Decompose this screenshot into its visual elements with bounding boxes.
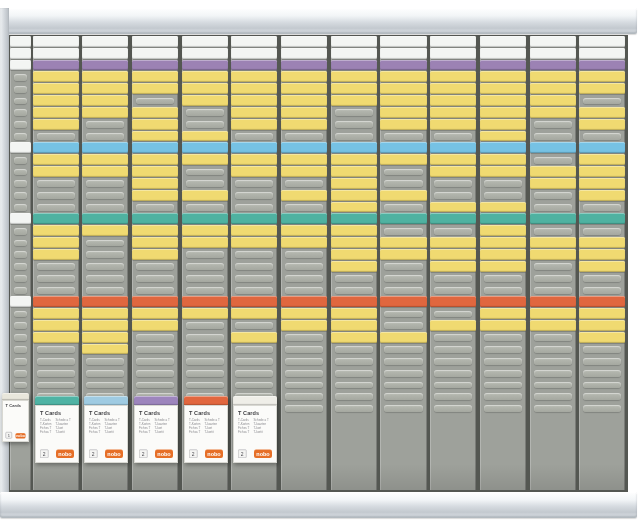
separator-card-purple — [480, 60, 526, 71]
slot-lip — [14, 263, 27, 270]
slot-lip — [534, 157, 572, 164]
card-slot — [430, 83, 476, 95]
slot-lip — [285, 180, 323, 187]
separator-card-orange — [281, 296, 327, 307]
card-slot — [579, 83, 625, 95]
slot-empty — [480, 367, 526, 379]
t-card-yellow — [380, 190, 426, 201]
slot-lip — [37, 382, 75, 389]
card-slot — [231, 225, 277, 237]
t-card-yellow — [380, 237, 426, 248]
card-slot — [331, 154, 377, 166]
slot-empty — [281, 355, 327, 367]
card-slot — [579, 154, 625, 166]
card-slot — [380, 332, 426, 344]
slot-empty — [10, 237, 31, 249]
slot-lip — [583, 346, 621, 353]
slot-empty — [182, 166, 228, 178]
slot-lip — [335, 346, 373, 353]
t-card-yellow — [480, 83, 526, 94]
card-slot — [480, 131, 526, 143]
card-slot — [182, 36, 228, 48]
slot-lip — [285, 405, 323, 412]
t-card-yellow — [33, 166, 79, 177]
t-card-yellow — [132, 320, 178, 331]
card-slot — [132, 249, 178, 261]
t-card-yellow — [33, 119, 79, 130]
slot-empty — [231, 273, 277, 285]
t-card-yellow — [331, 249, 377, 260]
card-slot — [182, 225, 228, 237]
separator-card-orange — [82, 296, 128, 307]
t-card-yellow — [331, 154, 377, 165]
pack-card-stack — [134, 396, 178, 405]
slot-empty — [579, 403, 625, 415]
slot-empty — [530, 261, 576, 273]
header-card-white — [380, 36, 426, 47]
card-slot — [480, 249, 526, 261]
separator-card-blue — [182, 142, 228, 153]
card-slot — [430, 261, 476, 273]
slot-empty — [182, 367, 228, 379]
slot-empty — [380, 391, 426, 403]
card-slot — [380, 60, 426, 72]
t-card-yellow — [579, 237, 625, 248]
pack-title: T Cards — [139, 410, 174, 416]
slot-lip — [14, 121, 27, 128]
card-slot — [430, 107, 476, 119]
slot-lip — [14, 240, 27, 247]
t-card-yellow — [380, 249, 426, 260]
slot-lip — [434, 275, 472, 282]
card-slot — [380, 154, 426, 166]
slot-lip — [37, 358, 75, 365]
slot-empty — [380, 284, 426, 296]
t-card-yellow — [579, 166, 625, 177]
card-slot — [380, 296, 426, 308]
slot-empty — [132, 261, 178, 273]
card-slot — [331, 213, 377, 225]
slot-lip — [136, 382, 174, 389]
card-slot — [480, 142, 526, 154]
column-11 — [530, 36, 576, 490]
slot-empty — [530, 119, 576, 131]
card-slot — [231, 48, 277, 60]
pack-card-stack — [2, 393, 29, 400]
card-slot — [231, 60, 277, 72]
t-card-yellow — [380, 154, 426, 165]
slot-lip — [285, 393, 323, 400]
pack-card-stack — [35, 396, 79, 405]
t-card-yellow — [182, 225, 228, 236]
t-card-yellow — [530, 95, 576, 106]
header-card-white — [10, 60, 31, 71]
slot-empty — [182, 284, 228, 296]
card-slot — [33, 296, 79, 308]
card-slot — [480, 320, 526, 332]
slot-lip — [37, 275, 75, 282]
slot-lip — [14, 109, 27, 116]
slot-lip — [14, 133, 27, 140]
slot-empty — [480, 284, 526, 296]
card-slot — [579, 213, 625, 225]
t-card-yellow — [132, 225, 178, 236]
slot-lip — [384, 169, 422, 176]
card-slot — [132, 154, 178, 166]
card-slot — [281, 142, 327, 154]
t-card-yellow — [33, 107, 79, 118]
card-slot — [33, 71, 79, 83]
t-card-yellow — [430, 119, 476, 130]
slot-empty — [480, 391, 526, 403]
slot-empty — [380, 308, 426, 320]
slot-lip — [384, 382, 422, 389]
slot-empty — [380, 131, 426, 143]
header-card-white — [430, 36, 476, 47]
t-card-yellow — [33, 237, 79, 248]
t-card-yellow — [82, 166, 128, 177]
slot-empty — [530, 332, 576, 344]
pack-title: T Cards — [89, 410, 124, 416]
slot-empty — [33, 284, 79, 296]
slot-empty — [132, 379, 178, 391]
t-card-yellow — [132, 71, 178, 82]
slot-empty — [430, 225, 476, 237]
card-slot — [33, 332, 79, 344]
slot-lip — [534, 358, 572, 365]
